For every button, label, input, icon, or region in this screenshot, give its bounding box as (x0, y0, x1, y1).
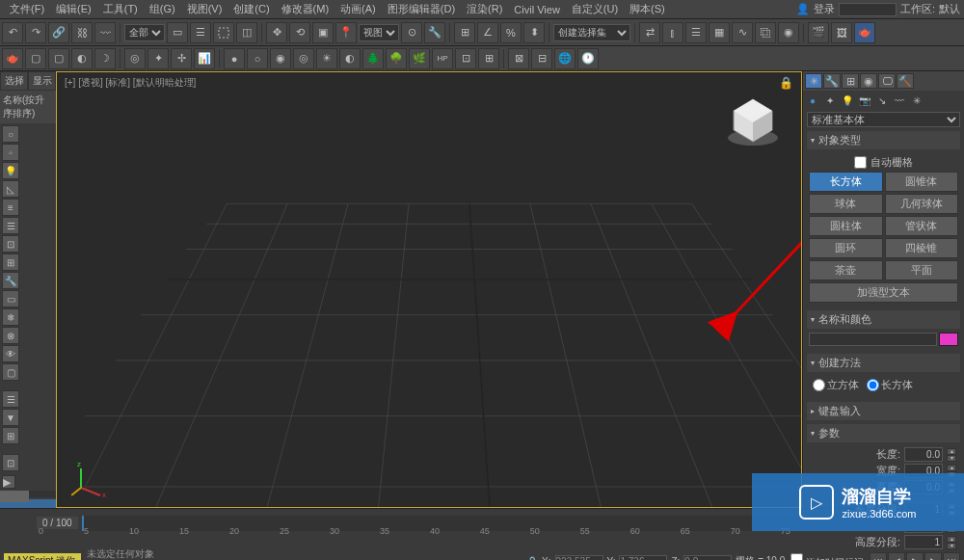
render-setup-button[interactable]: 🎬 (808, 22, 829, 43)
filter-icon-11[interactable]: ❄ (2, 308, 19, 326)
named-sets-dropdown[interactable]: 创建选择集 (553, 24, 630, 41)
bind-button[interactable]: 〰 (94, 22, 116, 43)
cube-radio[interactable]: 立方体 (813, 378, 859, 392)
scale-button[interactable]: ▣ (312, 22, 334, 43)
box-radio[interactable]: 长方体 (867, 378, 913, 392)
geometry-icon[interactable]: ● (805, 93, 820, 108)
sphere-light-icon[interactable]: ● (224, 48, 245, 69)
menu-create[interactable]: 创建(C) (228, 0, 275, 18)
cylinder-button[interactable]: 圆柱体 (809, 216, 883, 236)
x-input[interactable] (555, 555, 603, 560)
shapes-icon[interactable]: ✦ (822, 93, 838, 108)
percent-snap-button[interactable]: % (500, 22, 522, 43)
filter-icon-17[interactable]: ⊞ (2, 427, 19, 444)
menu-file[interactable]: 文件(F) (4, 0, 50, 18)
textplus-button[interactable]: 加强型文本 (809, 282, 958, 303)
selection-filter[interactable]: 全部 (124, 24, 165, 41)
menu-civil[interactable]: Civil View (508, 2, 565, 17)
tb2-5[interactable]: ☽ (94, 48, 116, 69)
prev-frame-button[interactable]: ◀ (888, 552, 905, 560)
filter-layer-icon[interactable]: ≡ (2, 199, 19, 216)
filter-icon-14[interactable]: ▢ (2, 363, 19, 381)
viewport-lock-icon[interactable]: 🔒 (779, 76, 793, 90)
helpers-icon[interactable]: ↘ (874, 93, 890, 108)
align-button[interactable]: ⫿ (662, 22, 683, 43)
filter-icon-9[interactable]: 🔧 (2, 272, 19, 289)
menu-edit[interactable]: 编辑(E) (50, 0, 97, 18)
auto-grid-checkbox[interactable] (854, 156, 867, 169)
light2-icon[interactable]: ◉ (270, 48, 291, 69)
workspace-value[interactable]: 默认 (939, 2, 960, 16)
plane-button[interactable]: 平面 (885, 260, 959, 280)
filter-light-icon[interactable]: 💡 (2, 162, 19, 179)
menu-animation[interactable]: 动画(A) (335, 0, 382, 18)
tb2-20[interactable]: ⊡ (455, 48, 476, 69)
redo-button[interactable]: ↷ (25, 22, 46, 43)
move-button[interactable]: ✥ (266, 22, 287, 43)
select-button[interactable]: ▭ (167, 22, 188, 43)
goto-start-button[interactable]: ⏮ (870, 552, 887, 560)
tb2-4[interactable]: ◐ (71, 48, 93, 69)
name-color-rollup[interactable]: 名称和颜色 (807, 310, 960, 329)
object-color-swatch[interactable] (939, 333, 958, 346)
primitive-category-dropdown[interactable]: 标准基本体 (807, 112, 960, 127)
angle-snap-button[interactable]: ∠ (477, 22, 498, 43)
object-type-rollup[interactable]: 对象类型 (807, 131, 960, 149)
ref-coord-dropdown[interactable]: 视图 (359, 24, 399, 41)
snap-button[interactable]: ⊞ (454, 22, 475, 43)
parameters-rollup[interactable]: 参数 (807, 424, 960, 442)
pyramid-button[interactable]: 四棱锥 (885, 238, 959, 258)
lock-icon[interactable]: 🔒 (526, 556, 538, 560)
tb2-2[interactable]: ▢ (25, 48, 46, 69)
schematic-button[interactable]: ⿻ (755, 22, 776, 43)
cameras-icon[interactable]: 📷 (857, 93, 872, 108)
filter-globe-icon[interactable]: ○ (2, 125, 19, 143)
teapot-icon[interactable]: 🫖 (2, 48, 23, 69)
user-icon[interactable]: 👤 (796, 3, 810, 15)
filter-icon-15[interactable]: ☰ (2, 390, 19, 408)
menu-render[interactable]: 渲染(R) (461, 0, 508, 18)
ribbon-button[interactable]: ▦ (709, 22, 730, 43)
sun-icon[interactable]: ☀ (316, 48, 337, 69)
spinner-snap-button[interactable]: ⬍ (523, 22, 545, 43)
filter-geom-icon[interactable]: ▫ (2, 144, 19, 161)
keyboard-entry-rollup[interactable]: 键盘输入 (807, 402, 960, 420)
curve-editor-button[interactable]: ∿ (732, 22, 753, 43)
unlink-button[interactable]: ⛓ (71, 22, 93, 43)
globe-icon[interactable]: 🌐 (554, 48, 576, 69)
filter-icon-16[interactable]: ▼ (2, 409, 19, 426)
tb2-23[interactable]: ⊟ (531, 48, 552, 69)
filter-icon-6[interactable]: ☰ (2, 217, 19, 234)
light1-icon[interactable]: ○ (247, 48, 268, 69)
viewport-label[interactable]: [+] [透视] [标准] [默认明暗处理] (65, 76, 196, 90)
layers-button[interactable]: ☰ (685, 22, 707, 43)
menu-customize[interactable]: 自定义(U) (566, 0, 624, 18)
tab-select[interactable]: 选择 (0, 71, 28, 91)
filter-icon-10[interactable]: ▭ (2, 290, 19, 307)
login-link[interactable]: 登录 (814, 2, 835, 16)
filter-icon-13[interactable]: 👁 (2, 345, 19, 362)
geosphere-button[interactable]: 几何球体 (885, 194, 959, 214)
lights-icon[interactable]: 💡 (840, 93, 855, 108)
menu-graph[interactable]: 图形编辑器(D) (382, 0, 461, 18)
filter-icon-7[interactable]: ⊡ (2, 235, 19, 253)
play-button[interactable]: ▶ (906, 552, 924, 560)
exposure-button[interactable]: 📊 (194, 48, 215, 69)
clock-icon[interactable]: 🕐 (577, 48, 599, 69)
filter-icon-8[interactable]: ⊞ (2, 253, 19, 271)
add-time-tag[interactable]: 添加时间标记 (790, 553, 864, 560)
param-input-0[interactable] (904, 447, 943, 462)
select-rect-button[interactable] (213, 22, 234, 43)
link-button[interactable]: 🔗 (48, 22, 69, 43)
box-button[interactable]: 长方体 (809, 172, 883, 192)
window-crossing-button[interactable]: ◫ (236, 22, 257, 43)
sort-header[interactable]: 名称(按升序排序) (0, 91, 56, 123)
tab-display[interactable]: 显示 (28, 71, 56, 91)
y-input[interactable] (619, 555, 667, 560)
light5-icon[interactable]: ◐ (339, 48, 361, 69)
tube-button[interactable]: 管状体 (885, 216, 959, 236)
menu-group[interactable]: 组(G) (144, 0, 181, 18)
object-name-input[interactable] (809, 333, 937, 346)
tb2-3[interactable]: ▢ (48, 48, 69, 69)
light3-icon[interactable]: ◎ (293, 48, 314, 69)
